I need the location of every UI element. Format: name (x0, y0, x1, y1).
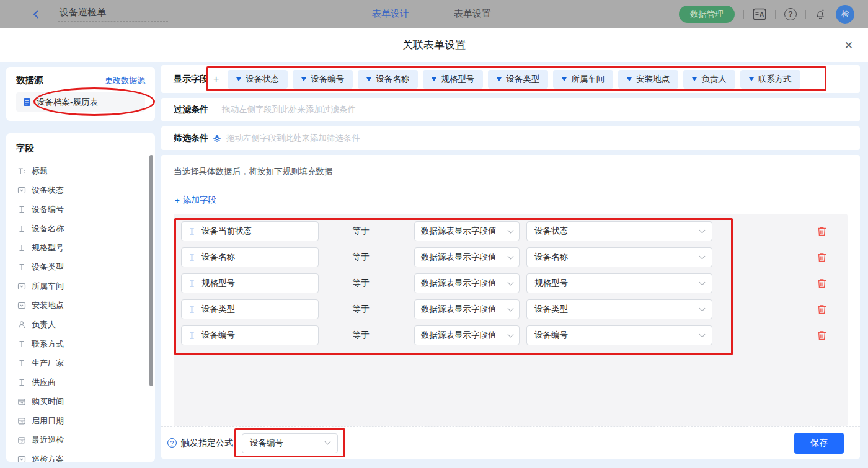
screen-condition-section[interactable]: 筛选条件 拖动左侧字段到此处来添加筛选条件 (161, 126, 860, 150)
data-manage-button[interactable]: 数据管理 (679, 6, 735, 23)
field-item-date[interactable]: 启用日期 (16, 411, 145, 430)
svg-text:A: A (760, 11, 764, 17)
delete-rule-icon[interactable] (817, 278, 827, 289)
field-item-title[interactable]: 标题 (16, 161, 145, 180)
caret-down-icon (562, 77, 567, 81)
divider (775, 10, 776, 19)
source-field-select[interactable]: 设备状态 (526, 221, 712, 241)
chevron-down-icon (699, 331, 706, 337)
field-item-text[interactable]: 设备类型 (16, 257, 145, 276)
display-field-chip[interactable]: 所属车间 (553, 70, 613, 89)
help-icon[interactable]: ? (784, 8, 797, 20)
date-icon (17, 397, 26, 406)
field-item-select[interactable]: 巡检方案 (16, 449, 145, 462)
source-type-select[interactable]: 数据源表显示字段值 (414, 325, 520, 345)
caret-down-icon (692, 77, 697, 81)
fill-rules-section: 当选择具体数据后，将按如下规则填充数据 + 添加字段 设备当前状态 等于 数据源… (161, 155, 860, 459)
gear-icon[interactable] (213, 134, 221, 143)
display-field-chip[interactable]: 设备类型 (488, 70, 548, 89)
divider (743, 10, 744, 19)
rule-field-input[interactable]: 设备名称 (181, 247, 319, 267)
display-field-chip[interactable]: 设备名称 (358, 70, 418, 89)
date-icon (17, 417, 26, 425)
delete-rule-icon[interactable] (817, 330, 827, 341)
field-item-person[interactable]: 负责人 (16, 315, 145, 334)
chevron-down-icon (699, 305, 706, 311)
field-item-text[interactable]: 供应商 (16, 373, 145, 392)
close-icon[interactable]: ✕ (844, 39, 853, 52)
chevron-down-icon (508, 305, 514, 311)
divider (161, 185, 860, 185)
date-icon (17, 436, 26, 444)
filter-condition-label: 过滤条件 (174, 104, 208, 115)
trigger-formula-select[interactable]: 设备编号 (242, 433, 338, 453)
chevron-down-icon (699, 279, 706, 285)
tab-form-design[interactable]: 表单设计 (372, 8, 409, 20)
display-field-chip[interactable]: 安装地点 (618, 70, 678, 89)
text-icon (17, 378, 26, 387)
change-datasource-link[interactable]: 更改数据源 (105, 75, 145, 86)
datasource-card: 数据源 更改数据源 设备档案-履历表 (6, 67, 155, 121)
back-icon[interactable] (31, 9, 42, 20)
title-icon (17, 167, 26, 175)
field-item-select[interactable]: 设备状态 (16, 180, 145, 200)
notification-bell-icon[interactable] (815, 9, 826, 20)
delete-rule-icon[interactable] (817, 304, 827, 315)
source-field-select[interactable]: 设备类型 (526, 299, 712, 319)
chevron-down-icon (508, 279, 514, 285)
field-item-text[interactable]: 生产厂家 (16, 353, 145, 373)
delete-rule-icon[interactable] (817, 226, 827, 237)
translate-icon[interactable]: A (753, 8, 766, 20)
field-item-text[interactable]: 规格型号 (16, 238, 145, 257)
datasource-title: 数据源 (16, 74, 43, 86)
select-icon (17, 186, 26, 195)
person-icon (17, 320, 26, 329)
rule-row: 设备编号 等于 数据源表显示字段值 设备编号 (181, 325, 840, 345)
source-field-select[interactable]: 设备编号 (526, 325, 712, 345)
source-type-select[interactable]: 数据源表显示字段值 (414, 273, 520, 293)
datasource-item[interactable]: 设备档案-履历表 (16, 92, 145, 112)
display-field-chip[interactable]: 设备状态 (228, 70, 288, 89)
display-fields-section: 显示字段 + 设备状态 设备编号 设备名称 规格型号 设备类型 所属车间 安装地… (161, 65, 860, 93)
chevron-down-icon (508, 331, 514, 337)
add-display-field-button[interactable]: + (213, 74, 219, 85)
user-avatar[interactable]: 检 (836, 5, 854, 24)
source-field-select[interactable]: 规格型号 (526, 273, 712, 293)
field-item-select[interactable]: 所属车间 (16, 276, 145, 296)
source-field-select[interactable]: 设备名称 (526, 247, 712, 267)
field-item-date[interactable]: 最近巡检 (16, 430, 145, 449)
topbar: 设备巡检单 表单设计 表单设置 数据管理 A ? 检 (0, 0, 868, 28)
field-item-date[interactable]: 购买时间 (16, 392, 145, 411)
chevron-down-icon (508, 253, 514, 259)
text-icon (188, 227, 196, 236)
select-icon (17, 301, 26, 310)
help-icon[interactable]: ? (167, 438, 177, 448)
source-type-select[interactable]: 数据源表显示字段值 (414, 247, 520, 267)
delete-rule-icon[interactable] (817, 252, 827, 263)
display-field-chip[interactable]: 负责人 (683, 70, 735, 89)
rule-field-input[interactable]: 设备当前状态 (181, 221, 319, 241)
display-field-chip[interactable]: 规格型号 (423, 70, 483, 89)
select-icon (17, 282, 26, 291)
source-type-select[interactable]: 数据源表显示字段值 (414, 299, 520, 319)
field-item-select[interactable]: 安装地点 (16, 296, 145, 315)
display-field-chip[interactable]: 联系方式 (740, 70, 800, 89)
fields-scrollbar[interactable] (149, 155, 153, 386)
tab-form-settings[interactable]: 表单设置 (454, 8, 491, 20)
rule-field-input[interactable]: 规格型号 (181, 273, 319, 293)
text-icon (188, 280, 196, 288)
rule-field-input[interactable]: 设备类型 (181, 299, 319, 319)
text-icon (17, 359, 26, 368)
field-item-text[interactable]: 设备名称 (16, 219, 145, 238)
add-field-button[interactable]: + 添加字段 (175, 195, 216, 206)
field-item-text[interactable]: 联系方式 (16, 334, 145, 353)
form-title[interactable]: 设备巡检单 (58, 6, 168, 22)
display-field-chip[interactable]: 设备编号 (293, 70, 353, 89)
rule-field-input[interactable]: 设备编号 (181, 325, 319, 345)
save-button[interactable]: 保存 (794, 433, 844, 454)
text-icon (17, 263, 26, 272)
source-type-select[interactable]: 数据源表显示字段值 (414, 221, 520, 241)
filter-condition-section[interactable]: 过滤条件 拖动左侧字段到此处来添加过滤条件 (161, 98, 860, 121)
field-item-text[interactable]: 设备编号 (16, 200, 145, 219)
text-icon (17, 340, 26, 348)
